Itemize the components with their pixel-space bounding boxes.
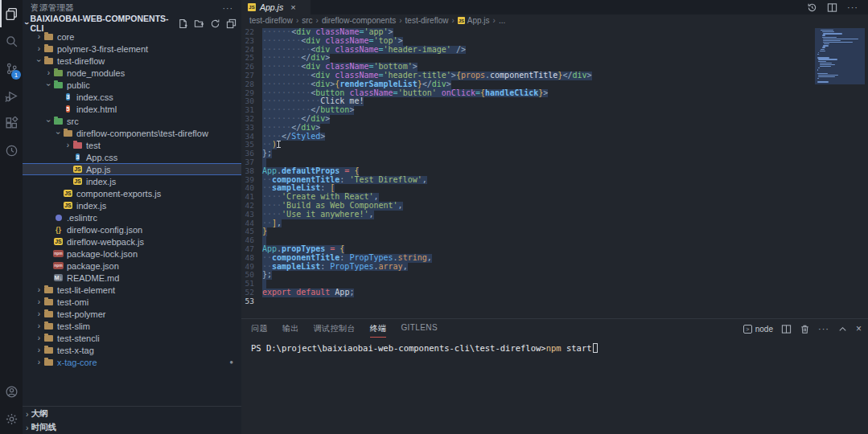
maximize-panel-icon[interactable] bbox=[837, 324, 848, 334]
tree-item-label: .eslintrc bbox=[67, 213, 97, 223]
tree-item-test-omi[interactable]: ›test-omi bbox=[23, 296, 241, 308]
history-extension-icon[interactable] bbox=[0, 137, 23, 164]
panel-more-icon[interactable]: ··· bbox=[818, 324, 829, 334]
project-section-header[interactable]: › BAIXIAOBAI-WEB-COMPONENTS-CLI bbox=[23, 16, 241, 31]
tree-item-label: test-stencli bbox=[57, 334, 100, 343]
tree-item-node-modules[interactable]: ›node_modules bbox=[23, 67, 241, 79]
tree-item-label: test-direflow bbox=[57, 56, 105, 66]
chevron-right-icon: › bbox=[26, 423, 29, 432]
tree-item-public[interactable]: ›public bbox=[23, 79, 241, 91]
tab-close-icon[interactable]: × bbox=[290, 2, 295, 12]
tree-item-core[interactable]: ›core bbox=[23, 31, 241, 43]
chevron-right-icon: › bbox=[35, 32, 43, 41]
source-control-icon[interactable]: 1 bbox=[0, 55, 23, 82]
split-terminal-icon[interactable] bbox=[781, 324, 792, 334]
account-icon[interactable] bbox=[0, 378, 23, 405]
line-number: 48 bbox=[241, 254, 262, 263]
code-line-43[interactable]: 43····'Use it anywhere!', bbox=[241, 211, 815, 219]
terminal-icon: > bbox=[743, 325, 752, 334]
breadcrumb-item[interactable]: test-direflow bbox=[405, 16, 449, 25]
code-line-50[interactable]: 50}; bbox=[241, 271, 815, 280]
code-line-32[interactable]: 32········</div> bbox=[241, 115, 815, 124]
tab-appjs[interactable]: JS App.js × bbox=[241, 0, 311, 14]
breadcrumb-item[interactable]: src bbox=[302, 16, 312, 25]
code-line-53[interactable]: 53 bbox=[241, 297, 815, 306]
tree-item-x-tag-core[interactable]: ›x-tag-core● bbox=[23, 356, 241, 368]
breadcrumb-label: App.js bbox=[467, 16, 490, 25]
new-folder-icon[interactable] bbox=[194, 18, 204, 29]
folder-icon bbox=[43, 44, 54, 53]
tree-item-direflow-components-test-direflow[interactable]: ›direflow-components\test-direflow bbox=[23, 127, 241, 139]
tree-item-test-direflow[interactable]: ›test-direflow bbox=[23, 55, 241, 67]
folder-icon bbox=[53, 68, 64, 77]
shell-selector[interactable]: > node bbox=[743, 325, 773, 334]
outline-section[interactable]: › 大纲 bbox=[23, 407, 241, 420]
history-icon[interactable] bbox=[807, 2, 817, 13]
code-pane[interactable]: 22······<div className='app'>23········<… bbox=[241, 27, 815, 318]
breadcrumb-item[interactable]: direflow-components bbox=[322, 16, 396, 25]
tree-item-app-js[interactable]: JSApp.js bbox=[23, 163, 241, 175]
code-line-52[interactable]: 52export default App; bbox=[241, 289, 815, 297]
explorer-icon[interactable] bbox=[0, 0, 23, 27]
collapse-all-icon[interactable] bbox=[226, 18, 237, 29]
tree-item-polymer-3-first-element[interactable]: ›polymer-3-first-element bbox=[23, 43, 241, 55]
tree-item-test-lit-element[interactable]: ›test-lit-element bbox=[23, 284, 241, 296]
tree-item-package-json[interactable]: npmpackage.json bbox=[23, 260, 241, 272]
extensions-icon[interactable] bbox=[0, 109, 23, 137]
tree-item-test[interactable]: ›test bbox=[23, 139, 241, 151]
code-line-45[interactable]: 45} bbox=[241, 227, 815, 236]
tree-item-index-js[interactable]: JSindex.js bbox=[23, 199, 241, 211]
code-line-33[interactable]: 33······</div> bbox=[241, 124, 815, 133]
tree-item-test-polymer[interactable]: ›test-polymer bbox=[23, 308, 241, 320]
tree-item-app-css[interactable]: 3App.css bbox=[23, 151, 241, 163]
tree-item-test-x-tag[interactable]: ›test-x-tag bbox=[23, 344, 241, 356]
tree-item-test-slim[interactable]: ›test-slim bbox=[23, 320, 241, 332]
tree-item-index-html[interactable]: 5index.html bbox=[23, 103, 241, 115]
more-actions-icon[interactable]: ··· bbox=[847, 2, 858, 12]
bottom-panel: 问题输出调试控制台终端GITLENS > node ··· × PS D:\pr… bbox=[241, 318, 868, 434]
search-icon[interactable] bbox=[0, 27, 23, 55]
panel-tab-问题[interactable]: 问题 bbox=[251, 320, 268, 338]
code-line-35[interactable]: 35··) bbox=[241, 141, 815, 149]
breadcrumb-item[interactable]: test-direflow bbox=[249, 16, 293, 25]
panel-tab-终端[interactable]: 终端 bbox=[370, 320, 387, 338]
tree-item--eslintrc[interactable]: .eslintrc bbox=[23, 211, 241, 223]
sidebar-title: 资源管理器 bbox=[31, 2, 74, 14]
chevron-right-icon: › bbox=[26, 409, 29, 419]
close-panel-icon[interactable]: × bbox=[856, 323, 862, 334]
tree-item-test-stencli[interactable]: ›test-stencli bbox=[23, 332, 241, 344]
code-line-44[interactable]: 44··], bbox=[241, 219, 815, 228]
code-text: }; bbox=[262, 271, 272, 280]
tree-item-index-css[interactable]: 3index.css bbox=[23, 91, 241, 103]
code-line-34[interactable]: 34····</Styled> bbox=[241, 133, 815, 141]
split-editor-icon[interactable] bbox=[827, 2, 837, 13]
tree-item-direflow-webpack-js[interactable]: JSdireflow-webpack.js bbox=[23, 235, 241, 248]
refresh-icon[interactable] bbox=[210, 18, 220, 29]
editor: 22······<div className='app'>23········<… bbox=[241, 27, 868, 318]
sidebar-more-actions-icon[interactable]: ··· bbox=[223, 3, 234, 13]
breadcrumb-item[interactable]: JSApp.js bbox=[458, 16, 490, 25]
panel-tab-调试控制台[interactable]: 调试控制台 bbox=[314, 320, 356, 338]
timeline-section[interactable]: › 时间线 bbox=[23, 420, 241, 434]
terminal[interactable]: PS D:\project\baixiaobai-web-components-… bbox=[241, 338, 868, 353]
css-file-icon: 3 bbox=[72, 153, 83, 162]
chevron-right-icon: › bbox=[35, 285, 43, 294]
tree-item-src[interactable]: ›src bbox=[23, 115, 241, 127]
panel-tab-输出[interactable]: 输出 bbox=[282, 320, 299, 338]
tree-item-component-exports-js[interactable]: JScomponent-exports.js bbox=[23, 187, 241, 199]
code-line-36[interactable]: 36}; bbox=[241, 149, 815, 158]
code-line-49[interactable]: 49··sampleList: PropTypes.array, bbox=[241, 263, 815, 272]
panel-tab-GITLENS[interactable]: GITLENS bbox=[401, 320, 438, 338]
breadcrumb-item[interactable]: ... bbox=[499, 16, 505, 25]
settings-gear-icon[interactable] bbox=[0, 405, 23, 432]
tree-item-index-js[interactable]: JSindex.js bbox=[23, 175, 241, 187]
new-file-icon[interactable] bbox=[178, 18, 188, 29]
tree-item-readme-md[interactable]: M↓README.md bbox=[23, 272, 241, 284]
npm-file-icon: npm bbox=[53, 249, 64, 258]
run-debug-icon[interactable] bbox=[0, 82, 23, 109]
tree-item-package-lock-json[interactable]: npmpackage-lock.json bbox=[23, 248, 241, 260]
tree-item-label: src bbox=[67, 117, 79, 126]
kill-terminal-trash-icon[interactable] bbox=[800, 324, 810, 334]
minimap[interactable] bbox=[815, 27, 868, 318]
tree-item-direflow-config-json[interactable]: {}direflow-config.json bbox=[23, 223, 241, 235]
